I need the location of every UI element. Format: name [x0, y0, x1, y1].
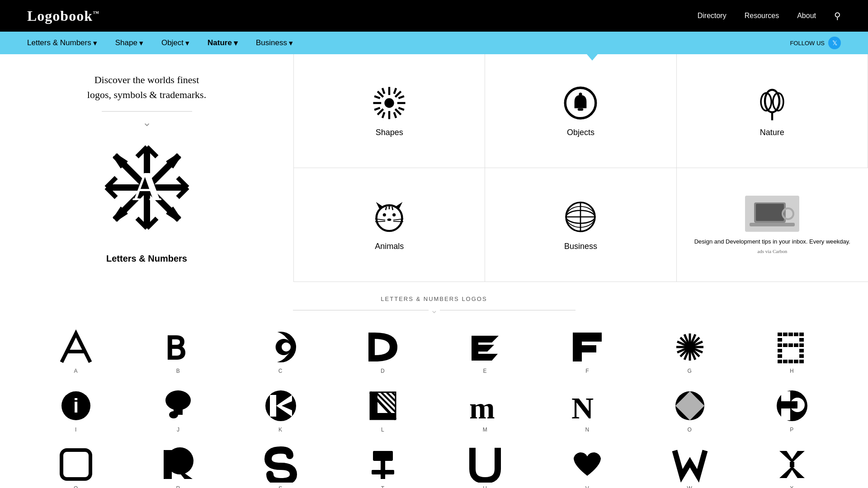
svg-line-31 [394, 112, 396, 117]
subnav-business[interactable]: Business ▾ [256, 38, 293, 48]
subnav-object[interactable]: Object ▾ [161, 38, 189, 48]
letter-item-f[interactable]: F [538, 324, 636, 379]
svg-point-50 [387, 218, 392, 221]
svg-rect-91 [778, 343, 782, 347]
letter-k-label: K [278, 427, 283, 433]
category-grid: Shapes Objects Nature [294, 54, 868, 282]
letter-l-label: L [381, 427, 385, 433]
svg-line-32 [374, 96, 380, 98]
svg-rect-92 [783, 343, 788, 347]
svg-rect-93 [788, 343, 793, 347]
svg-text:i: i [73, 394, 79, 417]
letter-b-icon: ꓐ [160, 329, 196, 365]
svg-line-35 [399, 96, 404, 98]
svg-text:A: A [132, 164, 161, 209]
letter-h-label: H [790, 368, 794, 374]
letter-v-label: V [585, 485, 590, 488]
svg-rect-85 [783, 333, 788, 336]
letter-g-label: G [687, 368, 692, 374]
letter-c-icon [263, 329, 299, 365]
letter-item-h[interactable]: H [743, 324, 841, 379]
category-shapes[interactable]: Shapes [294, 54, 485, 168]
category-business[interactable]: Business [485, 168, 676, 282]
letter-item-r[interactable]: R [129, 442, 227, 488]
svg-marker-137 [779, 466, 805, 478]
category-objects[interactable]: Objects [485, 54, 676, 168]
ad-via: ads via Carbon [757, 249, 787, 254]
tulip-icon [754, 85, 790, 121]
nav-resources[interactable]: Resources [745, 12, 779, 20]
letter-item-i[interactable]: i I [27, 383, 125, 437]
letter-item-v[interactable]: V [538, 442, 636, 488]
svg-rect-66 [750, 223, 795, 226]
letter-item-e[interactable]: E [436, 324, 534, 379]
letter-item-g[interactable]: G [641, 324, 739, 379]
svg-rect-100 [778, 360, 782, 363]
svg-rect-98 [778, 354, 782, 358]
svg-line-29 [377, 109, 383, 114]
letter-item-a[interactable]: A [27, 324, 125, 379]
hero-text: Discover the worlds finest logos, symbol… [87, 72, 206, 102]
svg-rect-101 [783, 360, 788, 363]
svg-text:m: m [469, 391, 495, 424]
letter-item-o[interactable]: O [641, 383, 739, 437]
logos-divider: ⌄ [27, 305, 841, 315]
letter-item-p[interactable]: P [743, 383, 841, 437]
subnav-nature[interactable]: Nature ▾ [208, 38, 238, 48]
svg-line-55 [386, 206, 387, 210]
subnav-shape[interactable]: Shape ▾ [115, 38, 143, 48]
ad-cell[interactable]: Design and Development tips in your inbo… [677, 168, 868, 282]
globe-icon [562, 199, 599, 235]
subnav-letters[interactable]: Letters & Numbers ▾ [27, 38, 97, 48]
twitter-button[interactable]: 𝕏 [828, 37, 841, 49]
follow-us-label: FOLLOW US [790, 40, 825, 47]
nav-directory[interactable]: Directory [698, 12, 726, 20]
letter-c-label: C [278, 368, 283, 374]
svg-rect-97 [799, 349, 804, 352]
letter-item-n[interactable]: N N [538, 383, 636, 437]
hero-logo-icon[interactable]: A [102, 142, 192, 244]
category-animals[interactable]: Animals [294, 168, 485, 282]
svg-rect-94 [794, 343, 798, 347]
svg-rect-90 [799, 338, 804, 342]
category-nature[interactable]: Nature [677, 54, 868, 168]
svg-line-54 [393, 221, 403, 221]
hero-section: Discover the worlds finest logos, symbol… [0, 54, 294, 282]
objects-label: Objects [567, 128, 594, 137]
letter-item-l[interactable]: L [334, 383, 432, 437]
letter-item-k[interactable]: K [232, 383, 330, 437]
site-logo[interactable]: Logobook™ [27, 8, 99, 24]
letter-item-x[interactable]: X [743, 442, 841, 488]
letter-item-q[interactable]: Q [27, 442, 125, 488]
animals-label: Animals [375, 242, 404, 251]
svg-point-48 [383, 213, 386, 216]
letter-item-b[interactable]: ꓐ B [129, 324, 227, 379]
letter-j-icon [160, 388, 196, 424]
nav-about[interactable]: About [797, 12, 816, 20]
letter-p-label: P [790, 427, 794, 433]
letter-item-t[interactable]: T [334, 442, 432, 488]
search-icon[interactable]: ⚲ [834, 10, 841, 21]
svg-line-28 [395, 91, 401, 97]
letter-item-u[interactable]: U [436, 442, 534, 488]
letter-item-m[interactable]: m M [436, 383, 534, 437]
letter-item-j[interactable]: J [129, 383, 227, 437]
svg-line-27 [395, 109, 401, 114]
letter-a-label: A [74, 368, 78, 374]
svg-point-70 [282, 343, 291, 352]
logos-section-title: LETTERS & NUMBERS LOGOS [27, 296, 841, 302]
svg-point-109 [169, 411, 178, 418]
letter-e-icon [467, 329, 503, 365]
letter-q-label: Q [74, 485, 78, 488]
letter-item-d[interactable]: D [334, 324, 432, 379]
svg-text:N: N [571, 391, 594, 424]
svg-rect-89 [778, 338, 782, 342]
letter-item-s[interactable]: S [232, 442, 330, 488]
letter-m-icon: m [467, 388, 503, 424]
letter-w-label: W [687, 485, 692, 488]
svg-line-52 [375, 221, 385, 221]
letter-s-icon [263, 446, 299, 483]
letter-item-w[interactable]: W [641, 442, 739, 488]
letter-item-c[interactable]: C [232, 324, 330, 379]
svg-rect-103 [794, 360, 798, 363]
